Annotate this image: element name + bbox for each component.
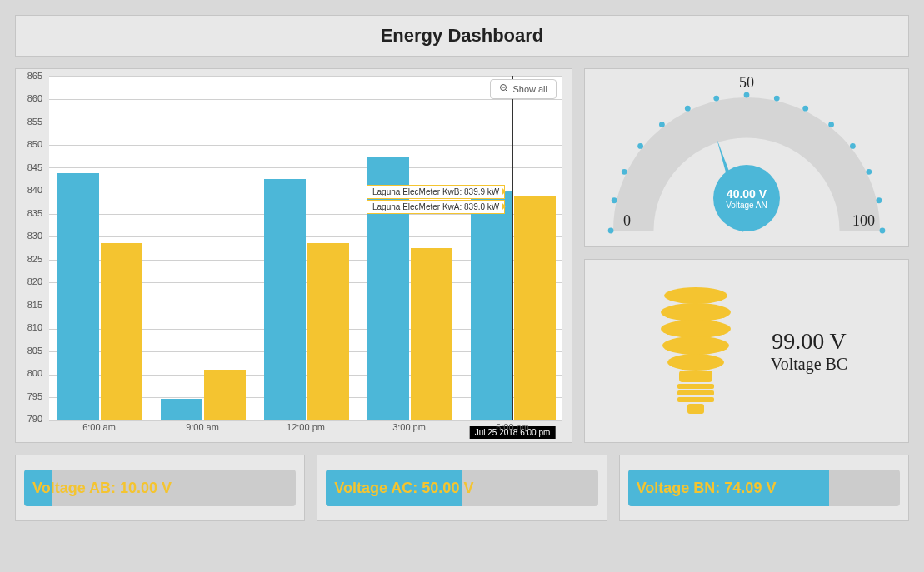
x-tick: 9:00 am [186, 422, 219, 432]
bar-kwB[interactable] [57, 173, 99, 420]
show-all-label: Show all [512, 84, 547, 94]
x-tick: 6:00 am [82, 422, 116, 432]
gauge-value-label: Voltage AN [726, 201, 767, 210]
zoom-out-icon [499, 83, 509, 95]
gauge-value: 40.00 V [727, 187, 767, 201]
y-tick: 805 [16, 346, 46, 356]
svg-point-4 [612, 197, 617, 203]
voltage-card-ab: Voltage AB: 10.00 V [15, 455, 305, 521]
chart-tooltip: Laguna ElecMeter KwA: 839.0 kW [367, 200, 505, 214]
svg-rect-26 [677, 390, 714, 395]
voltage-card-ac: Voltage AC: 50.00 V [317, 455, 607, 521]
x-tick: 6:00 pm [496, 422, 529, 432]
bar-kwB[interactable] [161, 399, 202, 420]
voltage-bn-value: 74.09 V [724, 480, 776, 496]
y-tick: 845 [16, 162, 46, 172]
svg-rect-27 [677, 397, 714, 402]
chart-tooltip: Laguna ElecMeter KwB: 839.9 kW [367, 185, 505, 199]
y-tick: 835 [16, 208, 46, 218]
gauge-max-label: 100 [852, 212, 875, 230]
bar-kwA[interactable] [411, 248, 452, 420]
bulb-value: 99.00 V [772, 328, 847, 355]
bar-kwA[interactable] [514, 196, 556, 420]
main-row: 7907958008058108158208258308358408458508… [15, 68, 909, 443]
svg-point-5 [622, 169, 627, 175]
gauge-center: 40.00 V Voltage AN [713, 165, 780, 231]
svg-rect-28 [687, 404, 704, 414]
voltage-card-bn: Voltage BN: 74.09 V [619, 455, 909, 521]
bar-group[interactable] [161, 370, 246, 420]
show-all-button[interactable]: Show all [490, 79, 557, 99]
svg-point-9 [713, 96, 719, 102]
svg-point-23 [667, 354, 724, 371]
voltage-ac-label: Voltage AC [334, 480, 412, 496]
bar-group[interactable] [471, 191, 556, 420]
voltage-ab-label: Voltage AB [32, 480, 111, 496]
voltage-ab-value: 10.00 V [120, 480, 172, 496]
y-tick: 825 [16, 254, 46, 264]
svg-point-11 [774, 96, 780, 102]
y-tick: 855 [16, 117, 46, 127]
svg-point-19 [664, 287, 727, 304]
y-tick: 815 [16, 300, 46, 310]
y-tick: 790 [16, 414, 46, 424]
svg-point-13 [828, 122, 834, 127]
bar-kwA[interactable] [204, 370, 246, 420]
svg-rect-24 [679, 371, 712, 382]
bulb-label: Voltage BC [771, 355, 847, 374]
chart-plot-area[interactable]: Laguna ElecMeter KwB: 839.9 kWLaguna Ele… [49, 76, 562, 420]
svg-point-22 [662, 336, 729, 355]
svg-point-6 [637, 143, 643, 149]
bar-group[interactable] [57, 173, 142, 420]
svg-point-14 [850, 143, 856, 149]
kw-chart-panel: 7907958008058108158208258308358408458508… [15, 68, 572, 443]
bar-group[interactable] [264, 179, 349, 420]
bar-kwB[interactable] [264, 179, 306, 420]
bulb-icon [646, 279, 746, 424]
svg-point-20 [661, 303, 731, 321]
svg-point-17 [880, 228, 886, 234]
chart-hover-line [512, 76, 513, 420]
y-tick: 810 [16, 322, 46, 332]
y-tick: 795 [16, 391, 46, 401]
right-column: 0 50 100 40.00 V Voltage AN [584, 68, 909, 443]
y-tick: 865 [16, 71, 46, 81]
voltage-bar-ab[interactable]: Voltage AB: 10.00 V [24, 470, 296, 506]
bar-kwB[interactable] [471, 191, 512, 420]
svg-point-7 [659, 122, 665, 127]
y-tick: 820 [16, 276, 46, 286]
chart-y-axis: 7907958008058108158208258308358408458508… [16, 76, 49, 419]
gauge-mid-label: 50 [739, 74, 754, 92]
voltage-row: Voltage AB: 10.00 V Voltage AC: 50.00 V … [15, 455, 909, 521]
bar-kwA[interactable] [101, 243, 142, 420]
voltage-ac-value: 50.00 V [422, 480, 473, 496]
y-tick: 860 [16, 93, 46, 103]
y-tick: 850 [16, 139, 46, 149]
bulb-panel: 99.00 V Voltage BC [584, 259, 909, 443]
svg-point-15 [866, 169, 872, 175]
y-tick: 800 [16, 368, 46, 378]
y-tick: 830 [16, 231, 46, 241]
svg-point-21 [661, 320, 731, 338]
svg-rect-25 [677, 384, 714, 389]
svg-point-12 [802, 106, 808, 112]
page-title: Energy Dashboard [15, 15, 909, 57]
voltage-bar-bn[interactable]: Voltage BN: 74.09 V [628, 470, 900, 506]
gauge-min-label: 0 [623, 212, 631, 230]
voltage-bar-ac[interactable]: Voltage AC: 50.00 V [326, 470, 597, 506]
svg-point-10 [744, 92, 750, 98]
chart-x-axis: 6:00 am9:00 am12:00 pm3:00 pm6:00 pm [49, 422, 562, 437]
gauge-panel: 0 50 100 40.00 V Voltage AN [584, 68, 909, 247]
bar-kwA[interactable] [307, 243, 349, 420]
x-tick: 3:00 pm [392, 422, 426, 432]
y-tick: 840 [16, 185, 46, 195]
svg-point-16 [876, 197, 882, 203]
voltage-bn-label: Voltage BN [637, 480, 716, 496]
svg-line-1 [506, 90, 508, 92]
svg-point-3 [608, 228, 614, 234]
x-tick: 12:00 pm [287, 422, 325, 432]
svg-point-8 [685, 106, 691, 112]
